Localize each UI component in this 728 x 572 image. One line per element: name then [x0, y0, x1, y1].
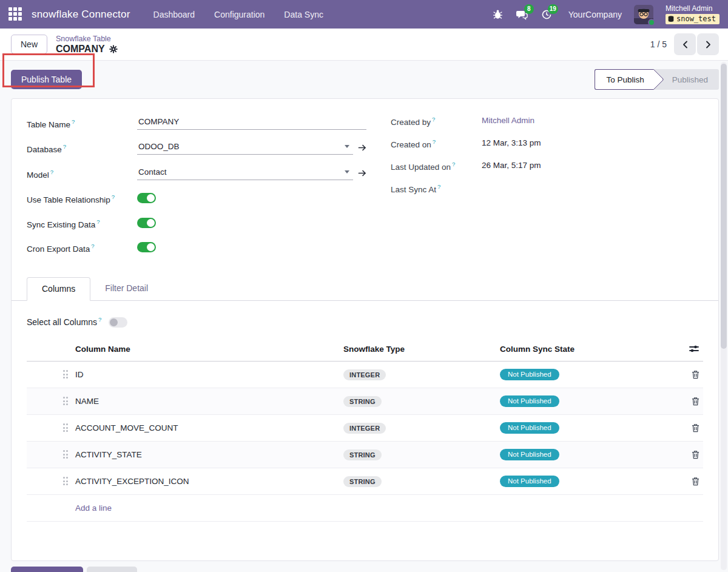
use-table-relationship-toggle[interactable]	[137, 193, 156, 203]
sync-state-badge: Not Published	[500, 422, 559, 434]
cron-export-data-toggle[interactable]	[137, 242, 156, 252]
database-value: ODOO_DB	[138, 142, 345, 151]
drag-handle-icon[interactable]	[63, 370, 69, 379]
pager-previous-button[interactable]	[674, 33, 696, 55]
help-icon[interactable]: ?	[433, 138, 436, 145]
gear-icon[interactable]	[109, 45, 118, 53]
field-label-database: Database?	[27, 141, 137, 156]
drag-handle-icon[interactable]	[63, 450, 69, 459]
database-icon	[668, 16, 674, 22]
menu-data-sync[interactable]: Data Sync	[284, 10, 323, 19]
field-label-last-sync-at: Last Sync At?	[391, 183, 482, 197]
scrollbar-track[interactable]	[721, 62, 727, 570]
chevron-right-icon	[705, 41, 712, 49]
cell-column-name: ID	[75, 370, 343, 379]
add-a-line-link[interactable]: Add a line	[75, 503, 112, 513]
snowflake-type-badge: STRING	[343, 476, 382, 487]
created-on-value: 12 Mar, 3:13 pm	[482, 138, 541, 152]
messages-count-badge: 8	[524, 4, 534, 14]
caret-down-icon	[345, 170, 349, 173]
help-icon[interactable]: ?	[112, 193, 115, 200]
database-select[interactable]: ODOO_DB	[137, 141, 353, 155]
tab-filter-detail[interactable]: Filter Detail	[90, 277, 163, 300]
database-internal-link-arrow-icon[interactable]	[358, 144, 366, 152]
model-internal-link-arrow-icon[interactable]	[358, 169, 366, 177]
help-icon[interactable]: ?	[63, 143, 66, 150]
snowflake-type-badge: STRING	[343, 396, 382, 407]
help-icon[interactable]: ?	[72, 118, 75, 125]
field-label-use-table-relationship: Use Table Relationship?	[27, 191, 137, 206]
sync-state-badge: Not Published	[500, 449, 559, 460]
drag-handle-icon[interactable]	[63, 477, 69, 485]
page-title: COMPANY	[56, 44, 105, 55]
company-switcher[interactable]: YourCompany	[568, 10, 622, 19]
help-icon[interactable]: ?	[96, 218, 99, 225]
field-label-model: Model?	[27, 166, 137, 181]
header-snowflake-type[interactable]: Snowflake Type	[343, 345, 500, 354]
app-name[interactable]: snowflake Connector	[32, 8, 130, 21]
activities-clock-icon[interactable]: 19	[541, 8, 553, 21]
pager-next-button[interactable]	[697, 33, 719, 55]
menu-dashboard[interactable]: Dashboard	[153, 10, 195, 19]
delete-row-icon[interactable]	[692, 423, 699, 432]
tab-columns[interactable]: Columns	[27, 277, 90, 301]
help-icon[interactable]: ?	[432, 116, 435, 123]
caret-down-icon	[345, 145, 349, 148]
state-to-publish[interactable]: To Publish	[595, 69, 653, 90]
navbar-right: 8 19 YourCompany Mitchell Adm	[492, 4, 720, 24]
online-status-dot	[648, 19, 655, 26]
table-row[interactable]: ACTIVITY_EXCEPTION_ICON STRING Not Publi…	[27, 468, 703, 495]
scrollbar-thumb[interactable]	[721, 64, 727, 349]
breadcrumb-bar: New Snowflake Table COMPANY 1 / 5	[0, 29, 728, 61]
help-icon[interactable]: ?	[437, 183, 440, 190]
field-label-created-by: Created by?	[391, 116, 482, 130]
help-icon[interactable]: ?	[91, 243, 94, 249]
field-label-last-updated-on: Last Updated on?	[391, 161, 482, 175]
delete-row-icon[interactable]	[692, 397, 699, 406]
table-row[interactable]: NAME STRING Not Published	[27, 388, 703, 415]
delete-row-icon[interactable]	[692, 477, 699, 486]
delete-row-icon[interactable]	[692, 370, 699, 379]
top-navbar: snowflake Connector Dashboard Configurat…	[0, 0, 728, 29]
header-column-name[interactable]: Column Name	[75, 345, 343, 354]
columns-table-header: Column Name Snowflake Type Column Sync S…	[27, 337, 703, 362]
form-sheet: Table Name? Database? ODOO_DB	[11, 98, 719, 561]
help-icon[interactable]: ?	[50, 169, 53, 175]
notebook-tabs: Columns Filter Detail	[12, 277, 718, 301]
breadcrumb-parent-link[interactable]: Snowflake Table	[56, 35, 118, 43]
drag-handle-icon[interactable]	[63, 423, 69, 432]
drag-handle-icon[interactable]	[63, 397, 69, 405]
log-note-button-partial[interactable]	[87, 567, 137, 572]
pager-count: 1 / 5	[650, 39, 667, 49]
table-row[interactable]: ACCOUNT_MOVE_COUNT INTEGER Not Published	[27, 415, 703, 442]
help-icon[interactable]: ?	[98, 316, 101, 323]
select-all-columns-toggle[interactable]	[109, 317, 127, 328]
snowflake-type-badge: INTEGER	[343, 423, 386, 434]
optional-columns-icon[interactable]	[689, 344, 699, 354]
table-row[interactable]: ACTIVITY_STATE STRING Not Published	[27, 442, 703, 468]
menu-configuration[interactable]: Configuration	[214, 10, 265, 19]
table-name-input[interactable]	[137, 116, 366, 130]
snowflake-type-badge: INTEGER	[343, 369, 386, 380]
user-menu[interactable]: Mitchell Admin snow_test	[666, 4, 720, 24]
new-button[interactable]: New	[11, 35, 47, 54]
help-icon[interactable]: ?	[452, 161, 455, 167]
created-by-value[interactable]: Mitchell Admin	[482, 116, 534, 130]
table-row[interactable]: ID INTEGER Not Published	[27, 362, 703, 388]
send-message-button-partial[interactable]	[11, 567, 83, 572]
columns-table: Column Name Snowflake Type Column Sync S…	[27, 337, 703, 522]
database-badge: snow_test	[666, 14, 720, 24]
debug-bug-icon[interactable]	[492, 8, 504, 21]
apps-menu-icon[interactable]	[8, 7, 23, 22]
field-label-created-on: Created on?	[391, 138, 482, 152]
sync-existing-data-toggle[interactable]	[137, 218, 156, 228]
field-label-table-name: Table Name?	[27, 116, 137, 131]
publish-table-button[interactable]: Publish Table	[11, 70, 82, 89]
delete-row-icon[interactable]	[692, 450, 699, 459]
model-select[interactable]: Contact	[137, 166, 353, 180]
messages-icon[interactable]: 8	[516, 8, 528, 21]
user-avatar[interactable]	[634, 5, 653, 24]
state-steps: To Publish Published	[595, 69, 719, 90]
model-value: Contact	[138, 167, 345, 177]
header-column-sync-state[interactable]: Column Sync State	[500, 345, 682, 354]
